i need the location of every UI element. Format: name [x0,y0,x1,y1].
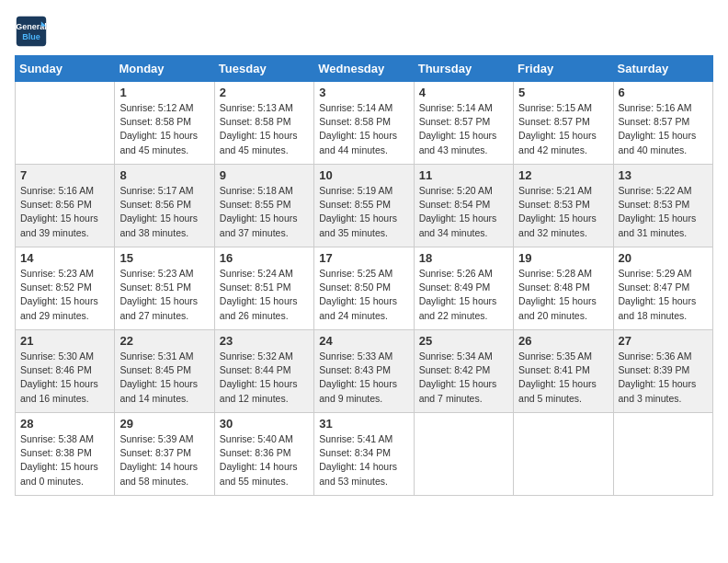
day-number: 3 [319,86,408,99]
day-number: 14 [20,251,109,265]
day-cell: 9Sunrise: 5:18 AM Sunset: 8:55 PM Daylig… [214,165,313,247]
day-number: 25 [419,334,508,348]
day-number: 4 [419,86,508,99]
day-cell: 10Sunrise: 5:19 AM Sunset: 8:55 PM Dayli… [314,165,414,247]
day-info: Sunrise: 5:24 AM Sunset: 8:51 PM Dayligh… [220,267,309,323]
day-info: Sunrise: 5:22 AM Sunset: 8:53 PM Dayligh… [619,184,708,240]
day-number: 23 [220,334,309,348]
day-cell: 13Sunrise: 5:22 AM Sunset: 8:53 PM Dayli… [613,165,712,247]
day-info: Sunrise: 5:23 AM Sunset: 8:52 PM Dayligh… [20,267,109,323]
day-info: Sunrise: 5:18 AM Sunset: 8:55 PM Dayligh… [220,184,309,240]
day-number: 22 [119,334,209,348]
day-cell [514,413,613,496]
day-number: 17 [319,251,408,265]
day-cell: 3Sunrise: 5:14 AM Sunset: 8:58 PM Daylig… [314,82,414,165]
day-info: Sunrise: 5:31 AM Sunset: 8:45 PM Dayligh… [119,350,209,406]
day-info: Sunrise: 5:34 AM Sunset: 8:42 PM Dayligh… [419,350,508,406]
day-number: 21 [20,334,109,348]
logo: General Blue [15,15,48,48]
day-number: 28 [20,417,109,431]
day-info: Sunrise: 5:40 AM Sunset: 8:36 PM Dayligh… [220,432,309,488]
day-number: 16 [220,251,309,265]
day-cell: 20Sunrise: 5:29 AM Sunset: 8:47 PM Dayli… [613,247,712,330]
day-cell: 30Sunrise: 5:40 AM Sunset: 8:36 PM Dayli… [214,413,313,496]
day-cell: 2Sunrise: 5:13 AM Sunset: 8:58 PM Daylig… [214,82,313,165]
day-number: 2 [220,86,309,99]
weekday-thursday: Thursday [414,56,513,82]
weekday-friday: Friday [514,56,613,82]
day-number: 19 [518,251,608,265]
day-cell [613,413,712,496]
day-info: Sunrise: 5:17 AM Sunset: 8:56 PM Dayligh… [119,184,209,240]
day-cell: 22Sunrise: 5:31 AM Sunset: 8:45 PM Dayli… [115,330,214,413]
day-cell: 23Sunrise: 5:32 AM Sunset: 8:44 PM Dayli… [214,330,313,413]
weekday-wednesday: Wednesday [314,56,414,82]
day-info: Sunrise: 5:35 AM Sunset: 8:41 PM Dayligh… [518,350,608,406]
day-cell: 27Sunrise: 5:36 AM Sunset: 8:39 PM Dayli… [613,330,712,413]
day-cell [16,82,115,165]
day-cell: 11Sunrise: 5:20 AM Sunset: 8:54 PM Dayli… [414,165,513,247]
day-number: 7 [20,168,109,182]
week-row-1: 1Sunrise: 5:12 AM Sunset: 8:58 PM Daylig… [16,82,713,165]
day-info: Sunrise: 5:19 AM Sunset: 8:55 PM Dayligh… [319,184,408,240]
day-info: Sunrise: 5:28 AM Sunset: 8:48 PM Dayligh… [518,267,608,323]
day-number: 5 [518,86,608,99]
day-cell: 26Sunrise: 5:35 AM Sunset: 8:41 PM Dayli… [514,330,613,413]
calendar-table: SundayMondayTuesdayWednesdayThursdayFrid… [15,55,713,496]
day-cell: 21Sunrise: 5:30 AM Sunset: 8:46 PM Dayli… [16,330,115,413]
day-cell: 29Sunrise: 5:39 AM Sunset: 8:37 PM Dayli… [115,413,214,496]
day-info: Sunrise: 5:16 AM Sunset: 8:56 PM Dayligh… [20,184,109,240]
day-info: Sunrise: 5:38 AM Sunset: 8:38 PM Dayligh… [20,432,109,488]
day-cell: 1Sunrise: 5:12 AM Sunset: 8:58 PM Daylig… [115,82,214,165]
day-info: Sunrise: 5:14 AM Sunset: 8:57 PM Dayligh… [419,101,508,157]
day-info: Sunrise: 5:32 AM Sunset: 8:44 PM Dayligh… [220,350,309,406]
day-info: Sunrise: 5:12 AM Sunset: 8:58 PM Dayligh… [119,101,209,157]
day-cell: 8Sunrise: 5:17 AM Sunset: 8:56 PM Daylig… [115,165,214,247]
day-number: 15 [119,251,209,265]
day-info: Sunrise: 5:23 AM Sunset: 8:51 PM Dayligh… [119,267,209,323]
day-number: 20 [619,251,708,265]
day-number: 27 [619,334,708,348]
day-info: Sunrise: 5:16 AM Sunset: 8:57 PM Dayligh… [619,101,708,157]
day-info: Sunrise: 5:33 AM Sunset: 8:43 PM Dayligh… [319,350,408,406]
day-cell: 31Sunrise: 5:41 AM Sunset: 8:34 PM Dayli… [314,413,414,496]
weekday-tuesday: Tuesday [214,56,313,82]
weekday-sunday: Sunday [16,56,115,82]
day-cell: 7Sunrise: 5:16 AM Sunset: 8:56 PM Daylig… [16,165,115,247]
week-row-5: 28Sunrise: 5:38 AM Sunset: 8:38 PM Dayli… [16,413,713,496]
week-row-3: 14Sunrise: 5:23 AM Sunset: 8:52 PM Dayli… [16,247,713,330]
day-cell: 12Sunrise: 5:21 AM Sunset: 8:53 PM Dayli… [514,165,613,247]
day-info: Sunrise: 5:25 AM Sunset: 8:50 PM Dayligh… [319,267,408,323]
day-info: Sunrise: 5:39 AM Sunset: 8:37 PM Dayligh… [119,432,209,488]
day-info: Sunrise: 5:14 AM Sunset: 8:58 PM Dayligh… [319,101,408,157]
day-number: 13 [619,168,708,182]
day-cell: 28Sunrise: 5:38 AM Sunset: 8:38 PM Dayli… [16,413,115,496]
svg-text:Blue: Blue [22,32,40,41]
day-info: Sunrise: 5:36 AM Sunset: 8:39 PM Dayligh… [619,350,708,406]
day-cell: 4Sunrise: 5:14 AM Sunset: 8:57 PM Daylig… [414,82,513,165]
day-number: 12 [518,168,608,182]
calendar-body: 1Sunrise: 5:12 AM Sunset: 8:58 PM Daylig… [16,82,713,496]
day-info: Sunrise: 5:15 AM Sunset: 8:57 PM Dayligh… [518,101,608,157]
day-cell: 24Sunrise: 5:33 AM Sunset: 8:43 PM Dayli… [314,330,414,413]
day-cell: 17Sunrise: 5:25 AM Sunset: 8:50 PM Dayli… [314,247,414,330]
day-cell: 25Sunrise: 5:34 AM Sunset: 8:42 PM Dayli… [414,330,513,413]
page-header: General Blue [15,15,713,48]
day-info: Sunrise: 5:29 AM Sunset: 8:47 PM Dayligh… [619,267,708,323]
day-number: 6 [619,86,708,99]
day-cell [414,413,513,496]
day-number: 31 [319,417,408,431]
weekday-header-row: SundayMondayTuesdayWednesdayThursdayFrid… [16,56,713,82]
day-number: 18 [419,251,508,265]
day-info: Sunrise: 5:30 AM Sunset: 8:46 PM Dayligh… [20,350,109,406]
week-row-4: 21Sunrise: 5:30 AM Sunset: 8:46 PM Dayli… [16,330,713,413]
day-info: Sunrise: 5:13 AM Sunset: 8:58 PM Dayligh… [220,101,309,157]
day-number: 10 [319,168,408,182]
day-cell: 15Sunrise: 5:23 AM Sunset: 8:51 PM Dayli… [115,247,214,330]
day-number: 9 [220,168,309,182]
day-cell: 5Sunrise: 5:15 AM Sunset: 8:57 PM Daylig… [514,82,613,165]
day-number: 24 [319,334,408,348]
day-cell: 6Sunrise: 5:16 AM Sunset: 8:57 PM Daylig… [613,82,712,165]
day-cell: 16Sunrise: 5:24 AM Sunset: 8:51 PM Dayli… [214,247,313,330]
day-number: 26 [518,334,608,348]
